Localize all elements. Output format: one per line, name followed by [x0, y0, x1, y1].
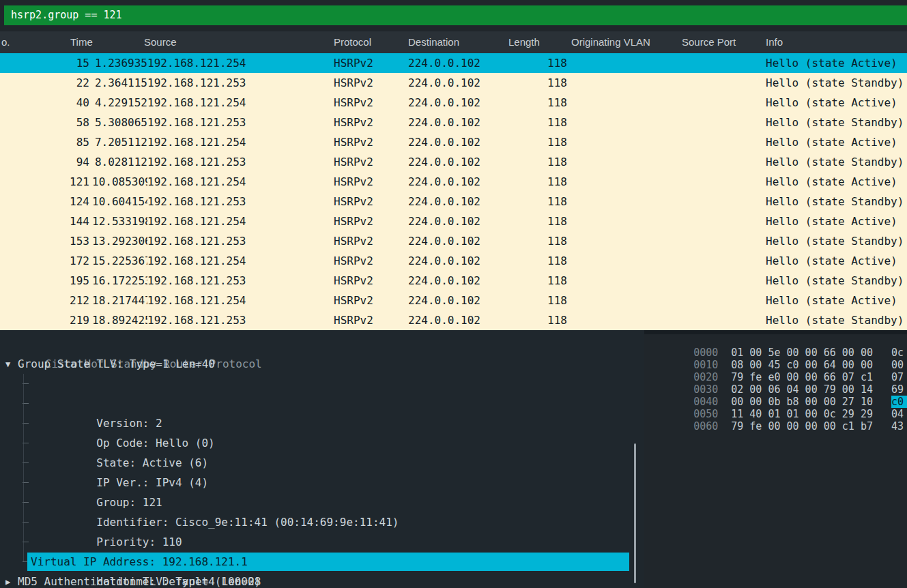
column-header-destination[interactable]: Destination [408, 31, 459, 53]
detail-field-line[interactable]: Identifier: Cisco_9e:11:41 (00:14:69:9e:… [0, 473, 644, 493]
hex-row[interactable]: 000001 00 5e 00 00 66 00 00 0c 9f f0 79 … [644, 334, 907, 347]
detail-group-state-tlv[interactable]: Group State TLV: Type=1 Len=40 [0, 354, 644, 374]
cell-originating-vlan [567, 251, 682, 271]
hex-offset: 0050 [693, 408, 731, 420]
hex-bytes[interactable]: 01 00 5e 00 00 66 00 00 0c 9f f0 79 81 0… [731, 347, 907, 359]
packet-row[interactable]: 153 13.292306 192.168.121.253 HSRPv2 224… [0, 231, 907, 251]
detail-md5-tlv[interactable]: MD5 Authentication TLV: Type=4 Len=28 [0, 572, 644, 588]
packet-row[interactable]: 144 12.533198 192.168.121.254 HSRPv2 224… [0, 211, 907, 231]
cell-source: 192.168.121.253 [147, 271, 334, 291]
packet-row[interactable]: 22 2.364115 192.168.121.253 HSRPv2 224.0… [0, 73, 907, 93]
detail-field-line[interactable]: State: Active (6) [0, 413, 644, 433]
cell-no: 172 [0, 251, 92, 271]
hex-bytes[interactable]: 79 fe e0 00 00 66 07 c1 07 c1 00 50 2c 1… [731, 371, 907, 383]
column-header-length[interactable]: Length [508, 31, 540, 53]
detail-virtual-ip-selected[interactable]: Virtual IP Address: 192.168.121.1 [0, 552, 644, 572]
packet-row[interactable]: 124 10.604154 192.168.121.253 HSRPv2 224… [0, 192, 907, 211]
packet-row[interactable]: 219 18.892425 192.168.121.253 HSRPv2 224… [0, 310, 907, 330]
cell-info: Hello (state Standby) [766, 231, 907, 251]
detail-md5-label: MD5 Authentication TLV: Type=4 Len=28 [18, 575, 261, 588]
packet-row[interactable]: 121 10.085309 192.168.121.254 HSRPv2 224… [0, 172, 907, 192]
packet-list: 15 1.236935 192.168.121.254 HSRPv2 224.0… [0, 53, 907, 330]
detail-field-line[interactable]: Version: 2 [0, 374, 644, 394]
packet-row[interactable]: 15 1.236935 192.168.121.254 HSRPv2 224.0… [0, 53, 907, 73]
hex-bytes[interactable]: 08 00 45 c0 00 64 00 00 00 00 01 11 cd 7… [731, 359, 907, 371]
detail-field-line[interactable]: Priority: 110 [0, 493, 644, 512]
cell-time: 13.292306 [92, 231, 147, 251]
expand-arrow-icon[interactable] [5, 572, 18, 588]
cell-length: 118 [508, 93, 567, 113]
hex-bytes[interactable]: 79 fe 00 00 00 00 c1 b7 43 a7 fa 1e 8b 2… [731, 420, 907, 432]
cell-protocol: HSRPv2 [334, 271, 408, 291]
cell-source-port [682, 73, 766, 93]
cell-source: 192.168.121.254 [147, 251, 334, 271]
cell-originating-vlan [567, 132, 682, 152]
column-header-time[interactable]: Time [70, 31, 93, 53]
column-header-no[interactable]: o. [1, 31, 10, 53]
cell-originating-vlan [567, 93, 682, 113]
cell-no: 22 [0, 73, 92, 93]
packet-row[interactable]: 40 4.229152 192.168.121.254 HSRPv2 224.0… [0, 93, 907, 113]
column-header-source[interactable]: Source [144, 31, 177, 53]
cell-source-port [682, 192, 766, 211]
hex-bytes[interactable]: 00 00 0b b8 00 00 27 10 c0 a8 79 01 00 0… [731, 396, 907, 408]
hex-offset: 0010 [693, 359, 731, 371]
packet-row[interactable]: 94 8.028112 192.168.121.253 HSRPv2 224.0… [0, 152, 907, 172]
cell-source: 192.168.121.254 [147, 93, 334, 113]
detail-field-line[interactable]: Op Code: Hello (0) [0, 394, 644, 413]
detail-field-line[interactable]: Hellotime: Default (3000) [0, 512, 644, 532]
cell-protocol: HSRPv2 [334, 251, 408, 271]
cell-time: 15.225367 [92, 251, 147, 271]
cell-info: Hello (state Standby) [766, 73, 907, 93]
scrollbar-thumb[interactable] [634, 443, 636, 583]
cell-originating-vlan [567, 192, 682, 211]
cell-originating-vlan [567, 211, 682, 231]
display-filter-input[interactable]: hsrp2.group == 121 [11, 5, 122, 25]
cell-info: Hello (state Active) [766, 251, 907, 271]
cell-protocol: HSRPv2 [334, 231, 408, 251]
hex-bytes[interactable]: 02 00 06 04 00 79 00 14 69 9e 11 41 00 0… [731, 383, 907, 396]
cell-info: Hello (state Active) [766, 93, 907, 113]
cell-no: 195 [0, 271, 92, 291]
packet-row[interactable]: 212 18.217447 192.168.121.254 HSRPv2 224… [0, 291, 907, 310]
detail-field-line[interactable]: Group: 121 [0, 453, 644, 473]
detail-tlv-label: Group State TLV: Type=1 Len=40 [18, 357, 215, 370]
collapse-arrow-icon[interactable] [5, 355, 18, 374]
cell-source-port [682, 152, 766, 172]
column-header-source-port[interactable]: Source Port [682, 31, 736, 53]
detail-field-list: Version: 2 Op Code: Hello (0) State: Act… [0, 374, 644, 552]
cell-time: 5.308065 [92, 113, 147, 132]
detail-field-line[interactable]: Holdtime: Default (10000) [0, 532, 644, 552]
cell-originating-vlan [567, 152, 682, 172]
cell-no: 85 [0, 132, 92, 152]
cell-length: 118 [508, 211, 567, 231]
packet-row[interactable]: 58 5.308065 192.168.121.253 HSRPv2 224.0… [0, 113, 907, 132]
hex-offset: 0030 [693, 383, 731, 396]
cell-info: Hello (state Active) [766, 172, 907, 192]
cell-protocol: HSRPv2 [334, 113, 408, 132]
detail-protocol-root[interactable]: Cisco Hot Standby Router Protocol [0, 334, 644, 354]
packet-row[interactable]: 172 15.225367 192.168.121.254 HSRPv2 224… [0, 251, 907, 271]
packet-row[interactable]: 195 16.172253 192.168.121.253 HSRPv2 224… [0, 271, 907, 291]
column-header-originating-vlan[interactable]: Originating VLAN [571, 31, 650, 53]
cell-destination: 224.0.0.102 [408, 172, 508, 192]
details-scrollbar[interactable] [633, 334, 637, 584]
packet-row[interactable]: 85 7.205112 192.168.121.254 HSRPv2 224.0… [0, 132, 907, 152]
packet-details-pane: Cisco Hot Standby Router Protocol Group … [0, 330, 644, 588]
detail-selected-label: Virtual IP Address: 192.168.121.1 [27, 553, 629, 571]
cell-destination: 224.0.0.102 [408, 251, 508, 271]
cell-destination: 224.0.0.102 [408, 231, 508, 251]
cell-originating-vlan [567, 113, 682, 132]
cell-source-port [682, 93, 766, 113]
cell-source-port [682, 271, 766, 291]
cell-source: 192.168.121.254 [147, 132, 334, 152]
detail-field-line[interactable]: IP Ver.: IPv4 (4) [0, 433, 644, 453]
column-header-protocol[interactable]: Protocol [334, 31, 371, 53]
column-header-info[interactable]: Info [766, 31, 783, 53]
cell-destination: 224.0.0.102 [408, 93, 508, 113]
cell-protocol: HSRPv2 [334, 152, 408, 172]
hex-bytes[interactable]: 11 40 01 01 00 0c 29 29 04 1c 01 00 00 0… [731, 408, 907, 420]
cell-destination: 224.0.0.102 [408, 73, 508, 93]
display-filter-bar[interactable]: hsrp2.group == 121 [4, 5, 907, 25]
packet-list-header: o. Time Source Protocol Destination Leng… [0, 31, 907, 53]
